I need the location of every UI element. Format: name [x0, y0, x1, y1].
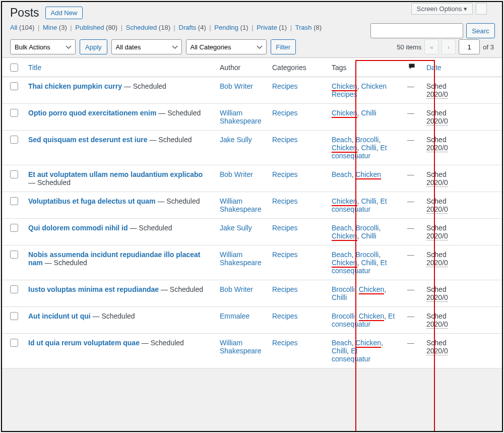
categories-filter-select[interactable]: All Categories [186, 39, 267, 54]
apply-button[interactable]: Apply [80, 39, 107, 54]
table-row: Aut incidunt ut qui — ScheduledEmmaleeRe… [2, 307, 502, 334]
post-title-link[interactable]: Id ut quia rerum voluptatem quae [28, 339, 140, 347]
add-new-button[interactable]: Add New [45, 7, 83, 19]
table-row: Iusto voluptas minima est repudiandae — … [2, 280, 502, 307]
tag-link[interactable]: Chilli [332, 347, 347, 355]
filter-link-scheduled[interactable]: Scheduled [126, 24, 157, 31]
row-checkbox[interactable] [10, 339, 18, 347]
post-title-link[interactable]: Iusto voluptas minima est repudiandae [28, 285, 159, 293]
category-link[interactable]: Recipes [272, 285, 298, 293]
filter-link-private[interactable]: Private [257, 24, 277, 31]
tag-link[interactable]: Chilli [361, 232, 376, 240]
tag-link[interactable]: Beach [332, 136, 352, 144]
post-title-link[interactable]: Optio porro quod exercitationem enim [28, 109, 156, 117]
filter-link-mine[interactable]: Mine [43, 24, 57, 31]
column-date[interactable]: Date [426, 64, 442, 72]
page-title: Posts [10, 6, 39, 20]
author-link[interactable]: Bob Writer [220, 285, 253, 293]
post-title-link[interactable]: Qui dolorem commodi nihil id [28, 224, 128, 232]
author-link[interactable]: Jake Sully [220, 136, 252, 144]
row-checkbox[interactable] [10, 197, 18, 205]
no-comments: — [407, 197, 414, 205]
select-all-checkbox[interactable] [10, 64, 18, 72]
author-link[interactable]: Bob Writer [220, 82, 253, 90]
row-checkbox[interactable] [10, 109, 18, 117]
author-link[interactable]: William Shakespeare [220, 197, 262, 213]
date-cell: Sched2020/0 [421, 280, 502, 307]
tag-link[interactable]: Chicken [332, 232, 357, 241]
tag-link[interactable]: Chilli [361, 259, 376, 267]
tag-link[interactable]: Chilli [332, 293, 347, 301]
category-link[interactable]: Recipes [272, 312, 298, 320]
tag-link[interactable]: Chicken [359, 285, 385, 294]
tag-link[interactable]: Brocolli [332, 285, 355, 293]
category-link[interactable]: Recipes [272, 170, 298, 178]
table-row: Nobis assumenda incidunt repudiandae ill… [2, 245, 502, 280]
row-checkbox[interactable] [10, 224, 18, 232]
post-title-link[interactable]: Voluptatibus et fuga delectus ut quam [28, 197, 156, 205]
prev-page-button[interactable]: ‹ [442, 39, 456, 54]
category-link[interactable]: Recipes [272, 339, 298, 347]
tag-link[interactable]: Beach [332, 251, 352, 259]
category-link[interactable]: Recipes [272, 82, 298, 90]
post-title-link[interactable]: Thai chicken pumpkin curry [28, 82, 122, 90]
filter-link-all[interactable]: All [10, 24, 17, 31]
tag-link[interactable]: Chilli [361, 144, 376, 152]
bulk-actions-select[interactable]: Bulk Actions [10, 39, 76, 54]
category-link[interactable]: Recipes [272, 224, 298, 232]
tag-link[interactable]: Chicken [355, 339, 381, 348]
tag-link[interactable]: Brocolli [355, 136, 379, 144]
tag-link[interactable]: Beach [332, 339, 352, 347]
author-link[interactable]: Emmalee [220, 312, 249, 320]
post-title-link[interactable]: Aut incidunt ut qui [28, 312, 91, 320]
tag-link[interactable]: Chilli [361, 197, 376, 205]
row-checkbox[interactable] [10, 82, 18, 90]
column-comments[interactable] [402, 58, 421, 77]
filter-button[interactable]: Filter [271, 39, 296, 54]
tag-link[interactable]: Brocolli [355, 251, 379, 259]
help-button[interactable] [476, 3, 487, 15]
screen-options-button[interactable]: Screen Options ▾ [411, 3, 473, 15]
tag-link[interactable]: Chicken [355, 170, 381, 179]
search-input[interactable] [370, 23, 463, 38]
row-checkbox[interactable] [10, 312, 18, 320]
search-button[interactable]: Searc [466, 23, 495, 38]
current-page-input[interactable] [459, 39, 480, 54]
no-comments: — [407, 136, 414, 144]
tags-cell: Chicken, Chicken Recipes [327, 77, 402, 104]
dates-filter-select[interactable]: All dates [111, 39, 182, 54]
category-link[interactable]: Recipes [272, 197, 298, 205]
tag-link[interactable]: Brocolli [332, 312, 355, 320]
row-checkbox[interactable] [10, 251, 18, 259]
post-status: — Scheduled [156, 109, 201, 117]
tag-link[interactable]: Chicken [332, 109, 357, 118]
row-checkbox[interactable] [10, 285, 18, 293]
filter-link-trash[interactable]: Trash [295, 24, 312, 31]
author-link[interactable]: Bob Writer [220, 170, 253, 178]
first-page-button[interactable]: « [424, 39, 438, 54]
tag-link[interactable]: Brocolli [355, 224, 379, 232]
date-cell: Sched2020/0 [421, 165, 502, 192]
author-link[interactable]: William Shakespeare [220, 339, 262, 355]
row-checkbox[interactable] [10, 170, 18, 178]
column-title[interactable]: Title [28, 64, 41, 72]
category-link[interactable]: Recipes [272, 136, 298, 144]
author-link[interactable]: William Shakespeare [220, 251, 262, 267]
post-title-link[interactable]: Sed quisquam est deserunt est iure [28, 136, 148, 144]
filter-link-pending[interactable]: Pending [214, 24, 238, 31]
post-title-link[interactable]: Et aut voluptatem ullam nemo laudantium … [28, 170, 203, 178]
tag-link[interactable]: Beach [332, 170, 352, 178]
row-checkbox[interactable] [10, 136, 18, 144]
category-link[interactable]: Recipes [272, 109, 298, 117]
tags-cell: Chicken, Chilli, Et consequatur [327, 192, 402, 219]
author-link[interactable]: Jake Sully [220, 224, 252, 232]
author-link[interactable]: William Shakespeare [220, 109, 262, 125]
tag-link[interactable]: Chilli [361, 109, 376, 117]
tags-cell: Beach, Chicken [327, 165, 402, 192]
category-link[interactable]: Recipes [272, 251, 298, 259]
date-cell: Sched2020/0 [421, 104, 502, 131]
tag-link[interactable]: Beach [332, 224, 352, 232]
filter-link-published[interactable]: Published [75, 24, 104, 31]
filter-link-drafts[interactable]: Drafts [179, 24, 197, 31]
post-status: — Scheduled [156, 197, 200, 205]
